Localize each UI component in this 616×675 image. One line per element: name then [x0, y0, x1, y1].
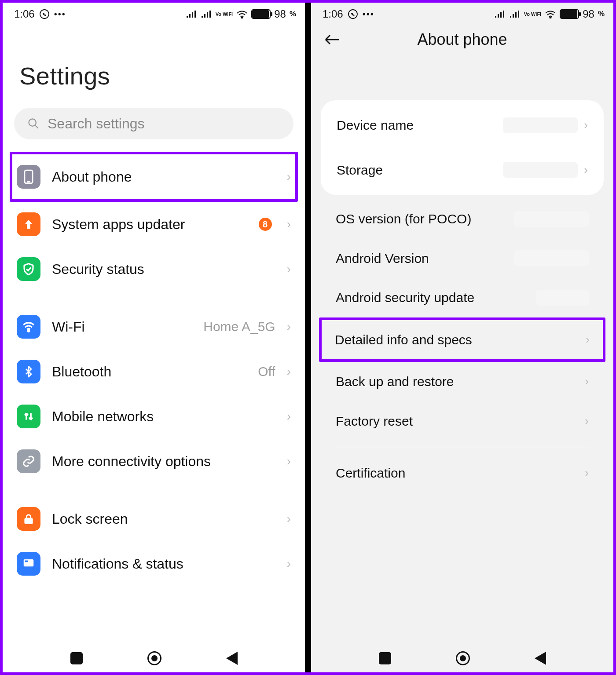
row-backup-restore[interactable]: Back up and restore ›: [323, 362, 602, 401]
device-name-value-redacted: [503, 117, 578, 133]
svg-rect-7: [24, 559, 34, 566]
nav-bar: [3, 644, 305, 672]
nav-back-button[interactable]: [226, 652, 238, 665]
nav-back-button[interactable]: [535, 652, 546, 665]
search-input[interactable]: Search settings: [14, 108, 293, 139]
nav-recents-button[interactable]: [70, 652, 83, 664]
back-button[interactable]: [324, 34, 340, 45]
signal-1-icon: [186, 10, 197, 18]
row-android-version[interactable]: Android Version: [323, 239, 602, 278]
chevron-right-icon: ›: [287, 409, 291, 423]
bluetooth-icon: [17, 360, 40, 383]
chevron-right-icon: ›: [584, 163, 588, 177]
svg-point-0: [40, 10, 49, 18]
vowifi-icon: Vo WiFi: [524, 12, 541, 17]
svg-rect-8: [25, 561, 28, 562]
search-icon: [27, 117, 40, 130]
nav-bar: [311, 644, 613, 672]
chevron-right-icon: ›: [287, 557, 291, 571]
more-icon: •••: [54, 9, 66, 19]
svg-point-1: [242, 17, 243, 18]
divider: [17, 298, 291, 298]
chevron-right-icon: ›: [287, 217, 291, 231]
battery-icon: [251, 9, 271, 19]
chevron-right-icon: ›: [287, 320, 291, 334]
chevron-right-icon: ›: [287, 262, 291, 276]
highlight-about-phone: About phone ›: [10, 152, 298, 202]
chevron-right-icon: ›: [287, 512, 291, 526]
svg-rect-6: [25, 518, 32, 524]
arrows-up-down-icon: [17, 405, 40, 428]
row-about-phone[interactable]: About phone ›: [14, 154, 293, 199]
row-certification[interactable]: Certification ›: [323, 453, 602, 493]
chevron-right-icon: ›: [585, 414, 589, 428]
row-device-name[interactable]: Device name ›: [321, 103, 604, 148]
highlight-detailed-info: Detailed info and specs ›: [319, 317, 605, 362]
page-title: About phone: [417, 30, 507, 49]
notification-icon: [17, 552, 40, 576]
updater-badge: 8: [259, 218, 272, 231]
row-bluetooth[interactable]: Bluetooth Off ›: [14, 349, 293, 394]
vowifi-icon: Vo WiFi: [216, 12, 233, 17]
nav-home-button[interactable]: [456, 651, 470, 665]
chevron-right-icon: ›: [584, 118, 588, 132]
status-bar: 1:06 ••• Vo WiFi 98%: [3, 3, 305, 23]
wifi-value: Home A_5G: [203, 319, 275, 334]
link-icon: [17, 449, 40, 473]
shield-check-icon: [17, 257, 40, 281]
svg-point-5: [28, 330, 29, 332]
wifi-icon: [545, 10, 556, 18]
storage-value-redacted: [503, 162, 578, 178]
chevron-right-icon: ›: [585, 466, 589, 480]
divider: [17, 490, 291, 490]
row-factory-reset[interactable]: Factory reset ›: [323, 401, 602, 441]
battery-pct: 98: [274, 8, 286, 20]
status-bar: 1:06 ••• Vo WiFi 98%: [311, 3, 613, 23]
signal-1-icon: [494, 10, 506, 18]
row-lock-screen[interactable]: Lock screen ›: [14, 496, 293, 541]
screen-about-phone: 1:06 ••• Vo WiFi 98%: [311, 3, 613, 672]
battery-pct: 98: [583, 8, 594, 20]
nav-recents-button[interactable]: [379, 652, 391, 664]
lock-icon: [17, 507, 40, 531]
svg-point-2: [29, 119, 36, 126]
secupd-value-redacted: [536, 290, 589, 306]
row-system-apps-updater[interactable]: System apps updater 8 ›: [14, 202, 293, 247]
row-storage[interactable]: Storage ›: [321, 148, 604, 193]
row-security-status[interactable]: Security status ›: [14, 247, 293, 292]
whatsapp-icon: [348, 9, 358, 19]
screen-settings: 1:06 ••• Vo WiFi 98%: [3, 3, 305, 672]
divider: [336, 447, 589, 447]
phone-icon: [17, 165, 40, 189]
row-mobile-networks[interactable]: Mobile networks ›: [14, 394, 293, 439]
card-device: Device name › Storage ›: [321, 100, 604, 195]
row-detailed-info[interactable]: Detailed info and specs ›: [322, 320, 603, 360]
nav-home-button[interactable]: [147, 651, 161, 665]
svg-point-9: [348, 10, 357, 18]
page-title: Settings: [19, 62, 293, 90]
status-time: 1:06: [14, 8, 35, 20]
whatsapp-icon: [39, 9, 50, 19]
arrow-up-icon: [17, 212, 40, 236]
os-value-redacted: [514, 211, 589, 227]
row-wifi[interactable]: Wi-Fi Home A_5G ›: [14, 304, 293, 349]
svg-point-10: [550, 17, 551, 18]
search-placeholder: Search settings: [48, 116, 145, 132]
chevron-right-icon: ›: [287, 170, 291, 184]
status-time: 1:06: [323, 8, 343, 20]
wifi-icon: [17, 315, 40, 339]
row-os-version[interactable]: OS version (for POCO): [323, 199, 602, 239]
more-icon: •••: [363, 9, 374, 19]
signal-2-icon: [201, 10, 212, 18]
signal-2-icon: [509, 10, 521, 18]
chevron-right-icon: ›: [586, 333, 590, 347]
battery-icon: [560, 9, 579, 19]
wifi-icon: [236, 10, 248, 18]
row-notifications[interactable]: Notifications & status ›: [14, 541, 293, 586]
bt-value: Off: [258, 364, 275, 379]
chevron-right-icon: ›: [287, 365, 291, 379]
row-security-update[interactable]: Android security update: [323, 278, 602, 317]
page-header: About phone: [311, 23, 613, 56]
chevron-right-icon: ›: [287, 454, 291, 468]
row-more-connectivity[interactable]: More connectivity options ›: [14, 439, 293, 484]
